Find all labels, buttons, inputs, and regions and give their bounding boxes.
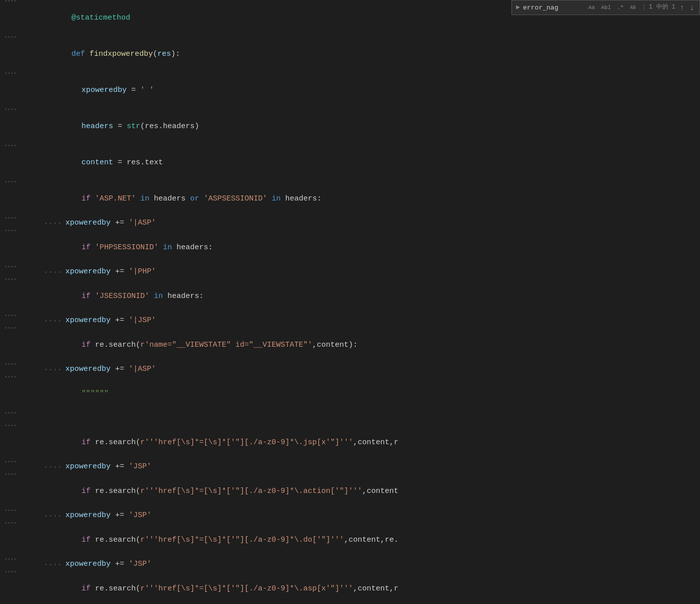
token-plain: headers: <box>163 292 204 300</box>
token-var: xpoweredby <box>81 86 127 94</box>
line-gutter <box>5 230 33 231</box>
dot <box>14 278 16 280</box>
search-prev-button[interactable]: ↑ <box>678 3 685 12</box>
dot <box>11 181 13 182</box>
dot <box>11 461 13 462</box>
dot <box>54 466 56 468</box>
token-string: 'ASP.NET' <box>95 194 136 203</box>
line-gutter <box>5 522 33 524</box>
editor-container: ▶ Aa Abl .* AB | 1 中的 1 ↑ ↓ <box>0 0 700 604</box>
dot <box>8 181 10 182</box>
line-content: if re.search(r'''href[\s]*=[\s]*['"][./a… <box>33 571 700 604</box>
search-bar: ▶ Aa Abl .* AB | 1 中的 1 ↑ ↓ <box>511 0 700 15</box>
case-sensitive-button[interactable]: Aa <box>586 4 597 12</box>
line-gutter <box>5 461 33 462</box>
dot <box>5 0 7 2</box>
dot <box>14 145 16 146</box>
dot <box>50 271 51 273</box>
code-line: if re.search(r'''href[\s]*=[\s]*['"][./a… <box>0 425 700 461</box>
token-string: 'JSP' <box>129 510 151 522</box>
line-gutter <box>5 327 33 329</box>
code-line: xpoweredby += '|PHP' <box>0 266 700 278</box>
token-string: 'JSP' <box>129 558 151 570</box>
regex-button[interactable]: .* <box>615 3 626 13</box>
line-gutter <box>5 266 33 267</box>
dot <box>14 72 16 74</box>
dot <box>14 266 16 267</box>
dot <box>8 363 10 365</box>
code-line: if 'ASP.NET' in headers or 'ASPSESSIONID… <box>0 181 700 217</box>
dot <box>54 564 56 565</box>
dot <box>8 473 10 475</box>
dot <box>45 369 47 370</box>
token-string: r'''href[\s]*=[\s]*['"][./a-z0-9]*\.asp[… <box>140 584 353 593</box>
dot <box>5 376 7 377</box>
token-string: 'JSP' <box>129 461 151 473</box>
dot <box>11 230 13 231</box>
dot <box>8 266 10 267</box>
token-var: content <box>81 158 113 167</box>
line-content: if re.search(r'''href[\s]*=[\s]*['"][./a… <box>33 522 700 558</box>
line-content: headers = str(res.headers) <box>33 109 700 145</box>
line-gutter <box>5 376 33 377</box>
whole-word-button[interactable]: Abl <box>599 4 613 12</box>
dot <box>11 473 13 475</box>
token-keyword: in <box>140 194 149 203</box>
line-gutter <box>5 315 33 316</box>
line-content: if 'PHPSESSIONID' in headers: <box>33 230 700 266</box>
code-line: if 'JSESSIONID' in headers: <box>0 278 700 315</box>
token-keyword: if <box>81 341 95 349</box>
token-plain: = <box>113 122 127 131</box>
line-content: if 'JSESSIONID' in headers: <box>33 278 700 315</box>
dot <box>50 223 51 224</box>
search-input[interactable] <box>523 4 583 12</box>
line-gutter <box>5 36 33 38</box>
dot <box>11 266 13 267</box>
line-content: """""" <box>33 376 700 412</box>
dot <box>11 412 13 414</box>
dot <box>5 522 7 524</box>
line-gutter <box>5 510 33 511</box>
dot <box>11 510 13 511</box>
svg-text:.*: .* <box>617 4 624 11</box>
dot <box>5 363 7 365</box>
token-string: r'name="__VIEWSTATE" id="__VIEWSTATE"' <box>140 341 312 349</box>
line-content: if 'ASP.NET' in headers or 'ASPSESSIONID… <box>33 181 700 217</box>
dot <box>11 571 13 572</box>
dot <box>5 36 7 38</box>
code-line <box>0 412 700 425</box>
dot <box>14 425 16 426</box>
dot <box>5 217 7 219</box>
dot <box>8 230 10 231</box>
token-plain: += <box>111 363 129 375</box>
token-plain: = <box>127 86 140 94</box>
line-content: if re.search(r'''href[\s]*=[\s]*['"][./a… <box>33 425 700 461</box>
dot <box>45 223 47 224</box>
code-line: xpoweredby += 'JSP' <box>0 510 700 522</box>
line-gutter <box>5 425 33 426</box>
search-next-button[interactable]: ↓ <box>688 3 695 12</box>
dot <box>8 376 10 377</box>
token-plain: re.search( <box>95 487 140 495</box>
dot <box>59 564 60 565</box>
token-string: 'JSESSIONID' <box>95 292 149 300</box>
dot <box>11 278 13 280</box>
token-keyword: in <box>154 292 163 300</box>
token-plain: += <box>111 315 129 327</box>
dot <box>8 412 10 414</box>
dot <box>45 515 47 517</box>
token-string: r'''href[\s]*=[\s]*['"][./a-z0-9]*\.acti… <box>140 487 362 495</box>
code-line: xpoweredby += 'JSP' <box>0 558 700 571</box>
code-line: if re.search(r'''href[\s]*=[\s]*['"][./a… <box>0 473 700 510</box>
token-var: xpoweredby <box>65 363 111 375</box>
dot <box>50 466 51 468</box>
svg-text:AB: AB <box>630 5 636 10</box>
dot <box>14 461 16 462</box>
preserve-case-button[interactable]: AB <box>628 3 639 13</box>
line-gutter <box>5 0 33 2</box>
token-string: '|PHP' <box>129 266 156 278</box>
token-keyword: if <box>81 243 95 252</box>
token-decorator: @staticmethod <box>71 14 130 22</box>
token-string: r'''href[\s]*=[\s]*['"][./a-z0-9]*\.jsp[… <box>140 438 353 447</box>
dot <box>11 72 13 74</box>
